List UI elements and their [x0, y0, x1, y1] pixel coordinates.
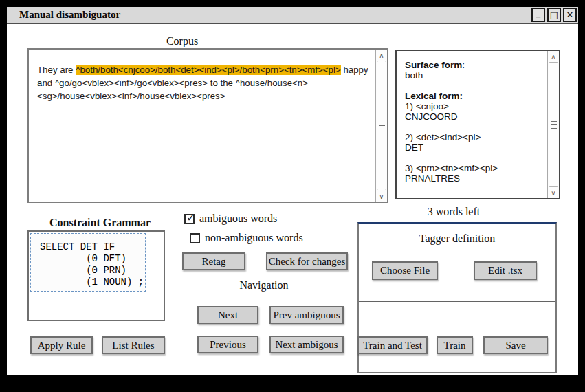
navigation-title: Navigation: [212, 279, 316, 292]
corpus-highlighted-word[interactable]: ^both/both<cnjcoo>/both<det><ind><pl>/bo…: [76, 65, 341, 75]
next-ambiguous-button[interactable]: Next ambigous: [269, 336, 344, 353]
scroll-up-icon[interactable]: ∧: [548, 51, 559, 62]
corpus-scrollbar[interactable]: ∧ ∨: [375, 50, 387, 202]
prev-ambiguous-button[interactable]: Prev ambiguous: [269, 306, 344, 324]
spacer: [405, 80, 544, 91]
scroll-up-icon[interactable]: ∧: [376, 50, 387, 61]
scrollbar-grip: [379, 125, 385, 126]
edit-tsx-button[interactable]: Edit .tsx: [474, 261, 537, 280]
scroll-down-icon[interactable]: ∨: [548, 187, 559, 198]
corpus-text-before: They are: [37, 65, 76, 75]
window-title: Manual disambiguator: [19, 9, 120, 21]
word-info-body: Surface form: both Lexical form: 1) <cnj…: [397, 51, 547, 198]
lexical-entry-tags: 3) <prn><tn><mf><pl>: [405, 163, 544, 173]
rule-line: (0 DET): [40, 253, 145, 265]
rule-line: (1 NOUN) ;: [40, 276, 145, 288]
scrollbar-grip: [379, 122, 385, 122]
spacer: [405, 122, 544, 132]
app-window: Manual disambiguator _ □ ✕ Corpus They a…: [7, 7, 578, 375]
scrollbar-grip: [551, 124, 557, 125]
non-ambiguous-words-checkbox-row[interactable]: non-ambiguous words: [190, 232, 303, 244]
check-for-changes-button[interactable]: Check for changes: [266, 252, 348, 270]
lexical-entry-tags: 2) <det><ind><pl>: [405, 132, 544, 142]
surface-form-label: Surface form:: [405, 60, 544, 70]
word-info-scrollbar-thumb[interactable]: [549, 62, 558, 187]
close-icon: ✕: [566, 10, 574, 19]
scroll-down-icon[interactable]: ∨: [376, 190, 387, 202]
list-rules-button[interactable]: List Rules: [102, 336, 165, 354]
previous-button[interactable]: Previous: [197, 336, 258, 353]
lexical-entry-category: CNJCOORD: [405, 111, 544, 122]
window-controls: _ □ ✕: [531, 8, 577, 22]
corpus-text: They are ^both/both<cnjcoo>/both<det><in…: [29, 50, 375, 202]
scrollbar-grip: [379, 129, 385, 129]
spacer: [405, 153, 544, 163]
save-button[interactable]: Save: [483, 336, 548, 354]
tagger-definition-panel: Tagger definition Choose File Edit .tsx …: [357, 222, 557, 373]
constraint-grammar-title: Constraint Grammar: [26, 217, 174, 229]
word-info-panel[interactable]: Surface form: both Lexical form: 1) <cnj…: [395, 50, 560, 199]
minimize-icon: _: [536, 8, 541, 17]
minimize-button[interactable]: _: [531, 8, 545, 22]
apply-rule-button[interactable]: Apply Rule: [30, 336, 93, 354]
lexical-entry-category: DET: [405, 142, 544, 153]
lexical-entry-category: PRNALTRES: [405, 173, 544, 184]
rule-list-item-selected[interactable]: SELECT DET IF (0 DET) (0 PRN) (1 NOUN) ;: [30, 233, 146, 292]
check-icon: ✓: [186, 211, 195, 224]
next-button[interactable]: Next: [197, 306, 258, 324]
tagger-definition-title: Tagger definition: [359, 232, 555, 245]
lexical-entry-tags: 1) <cnjoo>: [405, 101, 544, 111]
window-content: Corpus They are ^both/both<cnjcoo>/both<…: [7, 24, 578, 373]
corpus-label: Corpus: [148, 35, 217, 47]
train-and-test-button[interactable]: Train and Test: [357, 336, 428, 354]
choose-file-button[interactable]: Choose File: [372, 261, 438, 280]
close-button[interactable]: ✕: [563, 8, 577, 22]
corpus-scrollbar-thumb[interactable]: [377, 61, 386, 190]
tagger-panel-divider: [359, 301, 555, 302]
surface-form-value: both: [405, 70, 544, 80]
rule-list[interactable]: SELECT DET IF (0 DET) (0 PRN) (1 NOUN) ;: [27, 230, 165, 321]
title-bar[interactable]: Manual disambiguator _ □ ✕: [7, 7, 578, 24]
non-ambiguous-words-checkbox[interactable]: [190, 233, 200, 243]
train-button[interactable]: Train: [437, 336, 473, 354]
scrollbar-grip: [551, 121, 557, 122]
retag-button[interactable]: Retag: [182, 252, 245, 270]
corpus-textarea[interactable]: They are ^both/both<cnjcoo>/both<det><in…: [27, 48, 388, 203]
maximize-button[interactable]: □: [547, 8, 561, 22]
scrollbar-grip: [551, 128, 557, 129]
ambiguous-words-label: ambiguous words: [199, 213, 277, 225]
lexical-form-label: Lexical form:: [405, 91, 544, 101]
words-left-status: 3 words left: [351, 206, 557, 218]
ambiguous-words-checkbox[interactable]: ✓: [184, 214, 195, 224]
ambiguous-words-checkbox-row[interactable]: ✓ ambiguous words: [184, 213, 277, 225]
maximize-icon: □: [550, 10, 558, 19]
word-info-scrollbar[interactable]: ∧ ∨: [547, 51, 559, 198]
rule-line: SELECT DET IF: [40, 241, 145, 253]
non-ambiguous-words-label: non-ambiguous words: [205, 232, 303, 244]
rule-line: (0 PRN): [40, 265, 145, 276]
